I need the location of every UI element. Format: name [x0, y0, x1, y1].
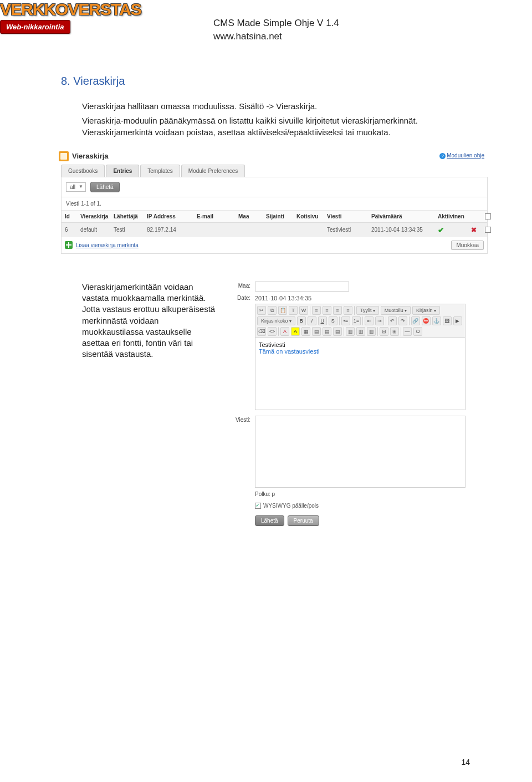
table-row[interactable]: 6 default Testi 82.197.2.14 Testiviesti …: [62, 223, 487, 237]
tb-paste-icon[interactable]: 📋: [278, 306, 287, 315]
doc-site: www.hatsina.net: [213, 30, 339, 43]
label-maa: Maa:: [227, 282, 250, 289]
editor-path: Polku: p: [255, 490, 275, 498]
tb-clean-icon[interactable]: ⌫: [257, 327, 266, 336]
viesti-textarea[interactable]: [255, 416, 466, 488]
tb-link-icon[interactable]: 🔗: [411, 316, 420, 325]
tb-row-after-icon[interactable]: ▤: [323, 327, 331, 336]
tb-cut-icon[interactable]: ✂: [257, 306, 266, 315]
tb-undo-icon[interactable]: ↶: [388, 316, 397, 325]
tab-module-preferences[interactable]: Module Preferences: [181, 165, 245, 177]
select-all-checkbox[interactable]: [485, 213, 491, 219]
tb-paste-text-icon[interactable]: T: [289, 306, 298, 315]
tb-redo-icon[interactable]: ↷: [398, 316, 407, 325]
module-title: Vieraskirja: [72, 152, 109, 160]
help-icon: ?: [439, 153, 446, 159]
section-heading: 8. Vieraskirja: [61, 75, 471, 88]
tb-align-left-icon[interactable]: ≡: [312, 306, 321, 315]
logo: VERKKOVERSTAS Web-nikkarointia: [0, 0, 141, 34]
doc-title: CMS Made Simple Ohje V 1.4: [213, 17, 339, 30]
tb-indent-icon[interactable]: ⇥: [375, 316, 384, 325]
tb-col-del-icon[interactable]: ▥: [367, 327, 376, 336]
tab-templates[interactable]: Templates: [140, 165, 180, 177]
tb-image-icon[interactable]: 🖼: [443, 316, 452, 325]
delete-icon[interactable]: ✖: [471, 226, 485, 234]
add-entry-link[interactable]: Lisää vieraskirja merkintä: [76, 242, 139, 248]
tb-bgcolor-icon[interactable]: A: [291, 327, 300, 336]
wysiwyg-checkbox[interactable]: [255, 503, 261, 509]
tb-copy-icon[interactable]: ⧉: [268, 306, 277, 315]
tb-color-icon[interactable]: A: [280, 327, 289, 336]
tb-align-center-icon[interactable]: ≡: [323, 306, 331, 315]
screenshot-editor: Maa: Date: 2011-10-04 13:34:35 ✂ ⧉ 📋 T: [227, 282, 471, 526]
tb-format-dd[interactable]: Muotoilu: [381, 306, 411, 315]
tab-entries[interactable]: Entries: [106, 165, 139, 177]
tb-italic-icon[interactable]: I: [308, 316, 316, 325]
doc-header-text: CMS Made Simple Ohje V 1.4 www.hatsina.n…: [213, 17, 339, 43]
tab-guestbooks[interactable]: Guestbooks: [61, 165, 105, 177]
page-header: <head> <title>Contact us http-equiv <lin…: [0, 0, 532, 69]
tb-ol-icon[interactable]: 1≡: [352, 316, 361, 325]
tb-html-icon[interactable]: <>: [268, 327, 277, 336]
paragraph-1: Vieraskirjaa hallitaan omassa moduulissa…: [82, 101, 471, 112]
row-checkbox[interactable]: [485, 227, 491, 233]
tb-merge-icon[interactable]: ⊞: [390, 327, 399, 336]
tb-anchor-icon[interactable]: ⚓: [432, 316, 441, 325]
active-icon[interactable]: ✔: [438, 226, 471, 234]
paragraph-2: Vieraskirja-moduulin päänäkymässä on lis…: [82, 115, 471, 138]
tb-paste-word-icon[interactable]: W: [299, 306, 308, 315]
form-send-button[interactable]: Lähetä: [255, 515, 284, 526]
logo-main: VERKKOVERSTAS: [0, 0, 141, 19]
tb-char-icon[interactable]: Ω: [413, 327, 422, 336]
tb-font-dd[interactable]: Kirjasin: [412, 306, 440, 315]
send-button[interactable]: Lähetä: [90, 182, 120, 192]
tb-row-before-icon[interactable]: ▤: [312, 327, 321, 336]
tb-table-icon[interactable]: ▦: [301, 327, 310, 336]
tb-split-icon[interactable]: ⊟: [380, 327, 388, 336]
tb-align-justify-icon[interactable]: ≡: [344, 306, 352, 315]
tb-col-after-icon[interactable]: ▥: [356, 327, 365, 336]
maa-input[interactable]: [255, 282, 349, 292]
tb-row-del-icon[interactable]: ▤: [333, 327, 342, 336]
screenshot-guestbook-list: Vieraskirja ?Moduulien ohje Guestbooks E…: [55, 149, 471, 254]
filter-select[interactable]: all: [66, 182, 86, 192]
tb-strike-icon[interactable]: S: [329, 316, 337, 325]
tb-underline-icon[interactable]: U: [318, 316, 327, 325]
label-date: Date:: [227, 294, 250, 301]
table-header: Id Vieraskirja Lähettäjä IP Address E-ma…: [62, 211, 487, 223]
paragraph-3: Vieraskirjamerkintään voidaan vastata mu…: [82, 282, 217, 360]
date-value: 2011-10-04 13:34:35: [255, 294, 311, 301]
tb-unlink-icon[interactable]: ⛔: [422, 316, 431, 325]
tab-bar: Guestbooks Entries Templates Module Pref…: [61, 165, 488, 177]
form-cancel-button[interactable]: Peruuta: [288, 515, 319, 526]
page-number: 14: [461, 758, 470, 766]
edit-button[interactable]: Muokkaa: [451, 241, 484, 250]
wysiwyg-editor[interactable]: Testiviesti Tämä on vastausviesti: [255, 338, 466, 410]
tb-ul-icon[interactable]: •≡: [341, 316, 350, 325]
result-counter: Viesti 1-1 of 1.: [62, 197, 487, 211]
guestbook-icon: [59, 151, 69, 161]
tb-styles-dd[interactable]: Tyylit: [356, 306, 379, 315]
wysiwyg-label: WYSIWYG päälle/pois: [263, 503, 319, 509]
editor-toolbar: ✂ ⧉ 📋 T W ≡ ≡ ≡ ≡ Tyylit Muot: [255, 304, 466, 338]
label-viesti: Viesti:: [227, 416, 250, 423]
tb-col-before-icon[interactable]: ▥: [346, 327, 355, 336]
logo-sub: Web-nikkarointia: [0, 20, 70, 34]
tb-fontsize-dd[interactable]: Kirjasinkoko: [257, 316, 295, 325]
tb-outdent-icon[interactable]: ⇤: [365, 316, 374, 325]
tb-align-right-icon[interactable]: ≡: [333, 306, 342, 315]
tb-bold-icon[interactable]: B: [297, 316, 306, 325]
module-help-link[interactable]: ?Moduulien ohje: [55, 152, 488, 159]
tb-hr-icon[interactable]: —: [403, 327, 412, 336]
add-icon: [65, 241, 73, 249]
tb-media-icon[interactable]: ▶: [453, 316, 462, 325]
